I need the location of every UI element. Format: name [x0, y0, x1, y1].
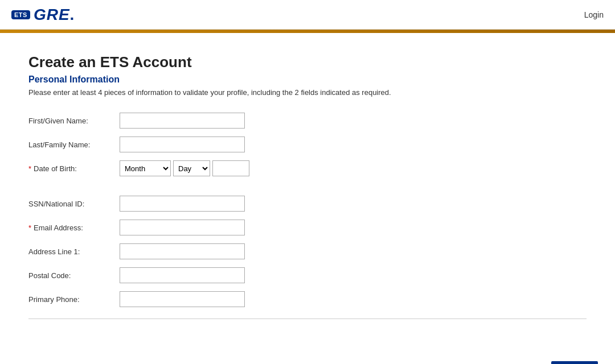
email-row: *Email Address:: [28, 220, 587, 235]
address-row: Address Line 1:: [28, 243, 587, 259]
main-content: Create an ETS Account Personal Informati…: [0, 33, 615, 353]
phone-row: Primary Phone:: [28, 291, 587, 307]
email-input[interactable]: [120, 220, 245, 235]
ssn-input[interactable]: [120, 196, 245, 212]
ssn-row: SSN/National ID:: [28, 196, 587, 212]
last-name-input[interactable]: [120, 136, 245, 152]
dob-label: *Date of Birth:: [28, 164, 120, 173]
email-label: *Email Address:: [28, 224, 120, 232]
last-name-label: Last/Family Name:: [28, 140, 120, 149]
instruction-text: Please enter at least 4 pieces of inform…: [28, 88, 587, 97]
first-name-label: First/Given Name:: [28, 117, 120, 125]
first-name-input[interactable]: [120, 113, 245, 129]
last-name-row: Last/Family Name:: [28, 136, 587, 152]
dob-container: MonthJanuaryFebruaryMarchAprilMayJuneJul…: [120, 160, 249, 176]
verify-button[interactable]: Verify: [551, 361, 598, 364]
ssn-label: SSN/National ID:: [28, 200, 120, 208]
address-input[interactable]: [120, 243, 245, 259]
day-select[interactable]: Day1234567891011121314151617181920212223…: [173, 160, 210, 176]
header: ETS GRE. Login: [0, 0, 615, 30]
year-input[interactable]: [212, 160, 249, 176]
section-title: Personal Information: [28, 75, 587, 85]
address-label: Address Line 1:: [28, 247, 120, 256]
ets-badge: ETS: [11, 10, 30, 19]
page-title: Create an ETS Account: [28, 53, 587, 71]
month-select[interactable]: MonthJanuaryFebruaryMarchAprilMayJuneJul…: [120, 160, 171, 176]
bottom-bar: Verify: [0, 353, 615, 364]
dob-required-star: *: [28, 164, 31, 173]
postal-label: Postal Code:: [28, 271, 120, 280]
first-name-row: First/Given Name:: [28, 113, 587, 129]
divider: [28, 318, 587, 319]
phone-input[interactable]: [120, 291, 245, 307]
postal-input[interactable]: [120, 267, 245, 283]
dob-row: *Date of Birth: MonthJanuaryFebruaryMarc…: [28, 160, 587, 176]
login-link[interactable]: Login: [584, 10, 604, 19]
gre-logo: GRE.: [34, 6, 75, 24]
phone-label: Primary Phone:: [28, 295, 120, 304]
email-required-star: *: [28, 224, 31, 232]
logo-container: ETS GRE.: [11, 6, 75, 24]
postal-row: Postal Code:: [28, 267, 587, 283]
